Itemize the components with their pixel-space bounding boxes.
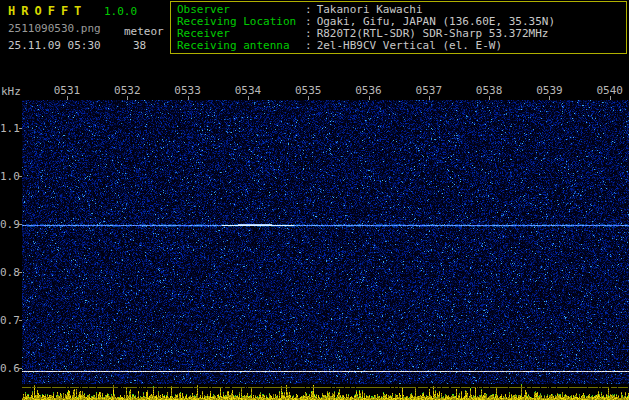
- x-tick-mark: [188, 96, 189, 100]
- y-tick-label: 0.6: [0, 362, 17, 375]
- echo-count: 38: [133, 39, 146, 52]
- spectrogram-heatmap: [22, 100, 629, 384]
- x-tick-mark: [489, 96, 490, 100]
- y-tick-label: 1.1: [0, 122, 17, 135]
- x-tick-mark: [429, 96, 430, 100]
- info-value: 2el-HB9CV Vertical (el. E-W): [317, 39, 502, 52]
- y-tick-mark: [19, 128, 22, 129]
- info-separator: :: [305, 39, 312, 52]
- hrofft-window: HROFFT 1.0.0 2511090530.png meteor 25.11…: [0, 0, 629, 400]
- x-tick-mark: [369, 96, 370, 100]
- y-axis-unit: kHz: [1, 85, 21, 98]
- output-filename: 2511090530.png: [8, 22, 101, 35]
- y-tick-label: 0.9: [0, 218, 17, 231]
- info-label: Receiving antenna: [177, 40, 305, 52]
- y-tick-label: 0.8: [0, 266, 17, 279]
- y-tick-mark: [19, 320, 22, 321]
- x-tick-mark: [248, 96, 249, 100]
- y-tick-mark: [19, 176, 22, 177]
- x-tick-mark: [127, 96, 128, 100]
- y-tick-label: 1.0: [0, 170, 17, 183]
- x-tick-mark: [610, 96, 611, 100]
- x-tick-mark: [549, 96, 550, 100]
- y-tick-mark: [19, 368, 22, 369]
- y-tick-mark: [19, 272, 22, 273]
- app-version: 1.0.0: [104, 5, 137, 18]
- info-row-antenna: Receiving antenna:2el-HB9CV Vertical (el…: [177, 40, 626, 52]
- y-tick-label: 0.7: [0, 314, 17, 327]
- station-info-box: Observer:Takanori Kawachi Receiving Loca…: [170, 1, 627, 54]
- app-title: HROFFT: [8, 4, 87, 18]
- signal-level-strip: [22, 384, 629, 400]
- mode-label: meteor: [124, 25, 164, 38]
- timestamp: 25.11.09 05:30: [8, 39, 101, 52]
- x-tick-mark: [308, 96, 309, 100]
- x-tick-mark: [67, 96, 68, 100]
- y-tick-mark: [19, 224, 22, 225]
